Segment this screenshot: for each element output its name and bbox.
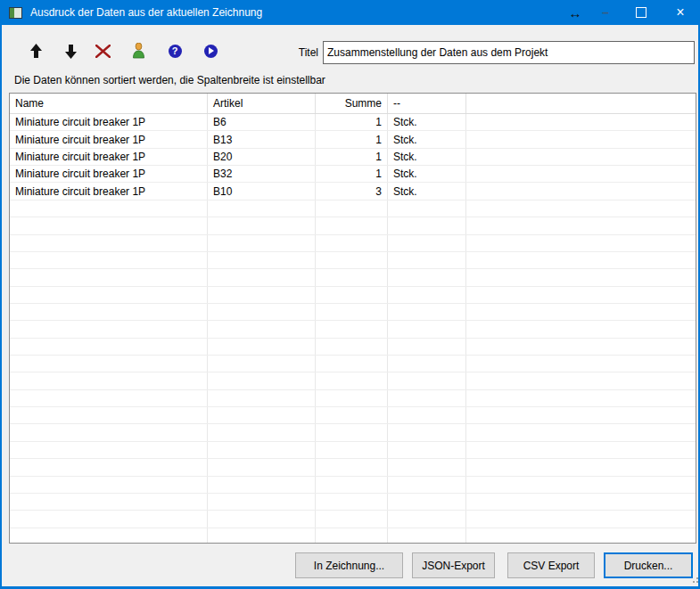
table-row[interactable]: Miniature circuit breaker 1PB103Stck. [10, 183, 696, 200]
cell-unit: Stck. [388, 149, 466, 165]
cell-name [10, 390, 208, 406]
cell-summe [316, 200, 388, 217]
cell-artikel [208, 269, 316, 285]
cell-unit: Stck. [388, 183, 466, 199]
table-row-empty [10, 269, 696, 286]
table-row-empty [10, 372, 696, 389]
cell-name [10, 494, 208, 510]
cell-artikel [208, 390, 316, 406]
maximize-icon[interactable] [622, 0, 661, 25]
run-play-icon [204, 45, 218, 58]
cell-name: Miniature circuit breaker 1P [10, 114, 208, 130]
cell-unit: Stck. [388, 131, 466, 147]
table-row-empty [10, 321, 696, 338]
cell-name [10, 407, 208, 423]
cell-name [10, 321, 208, 337]
cell-summe: 1 [316, 131, 388, 147]
delete-x-icon [95, 45, 111, 58]
user-button[interactable] [128, 41, 148, 61]
cell-blank [466, 528, 696, 544]
table-row-empty [10, 235, 696, 252]
cell-unit [388, 200, 466, 217]
cell-blank [466, 459, 696, 475]
table-row[interactable]: Miniature circuit breaker 1PB61Stck. [10, 114, 696, 131]
cell-unit [388, 494, 466, 510]
cell-artikel [208, 511, 316, 527]
cell-name [10, 287, 208, 303]
table-row-empty [10, 494, 696, 511]
cell-name: Miniature circuit breaker 1P [10, 149, 208, 165]
app-icon [9, 7, 22, 19]
table-row[interactable]: Miniature circuit breaker 1PB321Stck. [10, 166, 696, 183]
cell-blank [466, 166, 696, 182]
move-down-button[interactable] [61, 41, 80, 61]
column-header-unit[interactable]: -- [388, 94, 466, 113]
cell-artikel: B20 [208, 149, 316, 165]
cell-blank [466, 339, 696, 355]
cell-summe [316, 372, 388, 389]
cell-blank [466, 269, 696, 285]
table-body: Miniature circuit breaker 1PB61Stck.Mini… [10, 114, 696, 544]
table-row-empty [10, 339, 696, 356]
cell-artikel [208, 339, 316, 355]
csv-export-button[interactable]: CSV Export [507, 552, 595, 578]
cell-blank [466, 511, 696, 527]
cell-blank [466, 149, 696, 165]
cell-summe [316, 459, 388, 475]
cell-unit [388, 372, 466, 389]
hint-text: Die Daten können sortiert werden, die Sp… [14, 74, 325, 86]
cell-name [10, 217, 208, 233]
cell-unit [388, 339, 466, 355]
table-row-empty [10, 459, 696, 476]
maximize-box-icon [636, 7, 646, 18]
table-row[interactable]: Miniature circuit breaker 1PB131Stck. [10, 131, 696, 148]
cell-artikel: B10 [208, 183, 316, 199]
table-row-empty [10, 477, 696, 494]
help-icon: ? [169, 45, 182, 58]
table-row-empty [10, 200, 696, 217]
cell-blank [466, 131, 696, 147]
cell-name [10, 528, 208, 544]
print-button[interactable]: Drucken... [604, 552, 693, 578]
in-drawing-button[interactable]: In Zeichnung... [295, 552, 403, 578]
move-down-icon [64, 44, 78, 59]
cell-summe [316, 287, 388, 303]
cell-blank [466, 252, 696, 268]
run-button[interactable] [201, 41, 220, 61]
cell-summe [316, 528, 388, 544]
titel-label: Titel [269, 46, 318, 59]
cell-unit [388, 287, 466, 303]
cell-summe: 3 [316, 183, 388, 199]
cell-unit [388, 459, 466, 475]
table-row-empty [10, 528, 696, 544]
minimize-icon[interactable]: – [589, 0, 622, 25]
column-header-artikel[interactable]: Artikel [208, 94, 316, 113]
cell-blank [466, 442, 696, 458]
cell-unit [388, 477, 466, 493]
cell-unit [388, 424, 466, 440]
column-header-summe[interactable]: Summe [316, 94, 388, 113]
move-up-button[interactable] [26, 41, 45, 61]
column-header-name[interactable]: Name [10, 94, 208, 113]
cell-blank [466, 477, 696, 493]
table-row-empty [10, 304, 696, 321]
cell-unit [388, 252, 466, 268]
cell-name: Miniature circuit breaker 1P [10, 131, 208, 147]
cell-summe [316, 477, 388, 493]
cell-blank [466, 356, 696, 372]
resize-grip[interactable] [693, 581, 695, 583]
table-row-empty [10, 442, 696, 459]
cell-blank [466, 217, 696, 233]
close-icon[interactable]: × [661, 0, 700, 25]
table-row[interactable]: Miniature circuit breaker 1PB201Stck. [10, 149, 696, 166]
json-export-button[interactable]: JSON-Export [412, 552, 495, 578]
titel-input[interactable] [323, 41, 695, 64]
cell-artikel [208, 459, 316, 475]
cell-artikel [208, 372, 316, 389]
cell-artikel [208, 407, 316, 423]
cell-summe [316, 321, 388, 337]
resize-icon[interactable]: ↔ [561, 0, 589, 25]
delete-button[interactable] [93, 41, 112, 61]
help-button[interactable]: ? [165, 41, 185, 61]
cell-blank [466, 372, 696, 389]
